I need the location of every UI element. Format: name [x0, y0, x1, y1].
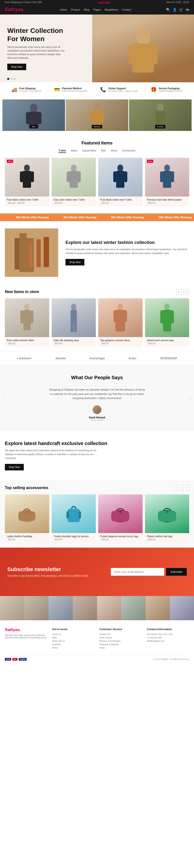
svg-point-12 — [157, 103, 164, 111]
accessory-card[interactable]: Trendy shoulder bags for women $00.00 — [52, 494, 96, 543]
new-item-price: $00.00 — [100, 342, 141, 345]
photo-cell-4[interactable] — [73, 596, 97, 620]
newsletter-text: Subscribe newsletter Subscribe to get sp… — [7, 566, 97, 577]
nav-megamenu[interactable]: MegaMenu — [105, 8, 118, 11]
newsletter-subscribe-button[interactable]: Subscribe — [166, 568, 187, 576]
photo-cell-8[interactable] — [170, 596, 194, 620]
accessory-name: Trendy shoulder bags for women — [54, 535, 94, 538]
new-item-price: $00.00 — [54, 342, 94, 345]
new-item-image — [145, 298, 189, 337]
product-card[interactable]: Pure black cotton men T-shirt $00.00 — [98, 158, 143, 206]
hero-cta-button[interactable]: Shop Now — [7, 64, 26, 70]
svg-rect-44 — [74, 324, 77, 332]
footer-link-about[interactable]: About Us — [52, 633, 94, 636]
nav-home[interactable]: Home — [60, 8, 67, 11]
fashion-cta-button[interactable]: Shop Now — [65, 259, 84, 266]
newsletter-form: Subscribe — [97, 568, 187, 576]
footer-link-faq[interactable]: FAQs — [100, 647, 142, 649]
svg-rect-27 — [163, 171, 171, 188]
prev-arrow[interactable]: ← — [176, 289, 182, 295]
new-item-card[interactable]: Satin silk sleeping wear $00.00 — [52, 298, 96, 347]
cart-icon[interactable]: 🛒 — [179, 8, 183, 11]
banner-combo[interactable]: Combo — [129, 99, 192, 131]
product-image — [52, 158, 96, 196]
svg-rect-48 — [124, 310, 127, 322]
product-image: Sale — [5, 158, 49, 196]
hero-description: Sed ut perspiciatis unde omnis iste natu… — [7, 45, 65, 60]
mastercard-badge: MC — [12, 658, 18, 661]
next-arrow[interactable]: → — [183, 289, 189, 295]
footer-link-investors[interactable]: Investors — [52, 643, 94, 646]
tab-shirt[interactable]: Shirt — [101, 149, 106, 153]
testimonial-next[interactable]: › — [190, 395, 192, 401]
nav-contact[interactable]: Contact — [122, 8, 131, 11]
newsletter-email-input[interactable] — [111, 568, 164, 576]
tab-casualwear[interactable]: Casual Wear — [82, 149, 96, 153]
prev-arrow[interactable]: ← — [176, 485, 182, 491]
svg-rect-57 — [66, 511, 69, 519]
top-selling-title: Top selling accessories — [5, 486, 48, 490]
footer-link-blog[interactable]: Blog — [52, 637, 94, 639]
accessory-card[interactable]: Classic leather tote bag $00.00 — [145, 494, 189, 543]
photo-cell-5[interactable] — [97, 596, 121, 620]
footer-col-contact: Contact Information 123 Street, New York… — [147, 628, 189, 650]
nav-blog[interactable]: Blog — [84, 8, 89, 11]
nav-product[interactable]: Product — [71, 8, 80, 11]
new-item-image — [98, 298, 143, 337]
tab-tshirt[interactable]: T-shirt — [58, 149, 66, 153]
search-icon[interactable]: 🔍 — [166, 8, 170, 11]
photo-cell-6[interactable] — [121, 596, 145, 620]
banner-men[interactable]: Men — [2, 99, 65, 131]
product-card[interactable]: Gray color cotton men T-shirt $00.00 — [52, 158, 96, 206]
svg-rect-58 — [79, 511, 81, 519]
product-info: Pure black cotton men T-shirt $00.00 — [98, 196, 143, 206]
accessory-card[interactable]: Ladies leather handbag $00.00 — [5, 494, 49, 543]
accessory-info: Ladies leather handbag $00.00 — [5, 533, 49, 543]
tab-jeans[interactable]: Jeans — [71, 149, 77, 153]
new-item-card[interactable]: Top gorgeous woman dress $00.00 — [98, 298, 143, 347]
topbar-link[interactable]: Learn More — [98, 1, 110, 4]
photo-cell-7[interactable] — [145, 596, 170, 620]
photo-cell-2[interactable] — [24, 596, 49, 620]
testimonial-prev[interactable]: ‹ — [2, 395, 4, 401]
product-card[interactable]: Sale Pure black cotton men T-shirt $00.0… — [5, 158, 49, 206]
paypal-badge: PayPal — [19, 658, 27, 661]
footer-link-press[interactable]: Press — [52, 647, 94, 649]
new-item-info: Pure cotton woman Skint $00.00 — [5, 337, 49, 347]
banner-women[interactable]: Women — [66, 99, 128, 131]
next-arrow[interactable]: → — [183, 485, 189, 491]
reviewer-location: From Jordan — [5, 419, 189, 421]
hero-section: Winter Collection For Women Sed ut persp… — [0, 14, 194, 82]
footer-col-contact-heading: Contact Information — [147, 628, 189, 630]
product-price: $00.00 $00.00 — [7, 202, 47, 204]
nav-menu: Home Product Blog Pages MegaMenu Contact — [60, 8, 131, 11]
accessory-price: $00.00 — [54, 538, 94, 541]
footer-link-work[interactable]: Work with Us — [52, 640, 94, 642]
top-selling-section: Top selling accessories ← → Ladies leath… — [0, 480, 194, 548]
photo-cell-1[interactable] — [0, 596, 24, 620]
new-items-products: Pure cotton woman Skint $00.00 Satin sil… — [5, 298, 189, 347]
new-item-card[interactable]: Pure cotton woman Skint $00.00 — [5, 298, 49, 347]
top-selling-products: Ladies leather handbag $00.00 Trendy sho… — [5, 494, 189, 543]
tab-shoes[interactable]: Shoes — [111, 149, 118, 153]
product-card[interactable]: New Premium men blue denim jacket $00.00 — [145, 158, 189, 206]
product-info: Gray color cotton men T-shirt $00.00 — [52, 196, 96, 206]
new-item-card[interactable]: Velvet touch women tops $00.00 — [145, 298, 189, 347]
photo-cell-3[interactable] — [49, 596, 73, 620]
nav-pages[interactable]: Pages — [93, 8, 101, 11]
testimonial-section: ‹ What Our People Says Shopping at Satti… — [0, 365, 194, 431]
new-item-name: Satin silk sleeping wear — [54, 339, 94, 342]
accessory-card[interactable]: Purple elegance woman luxury bag $00.00 — [98, 494, 143, 543]
footer-link-returns[interactable]: Returns & Exchanges — [100, 640, 142, 642]
bag-icon[interactable]: 🛍 — [186, 8, 189, 11]
svg-rect-25 — [124, 171, 127, 182]
user-icon[interactable]: 👤 — [173, 8, 177, 11]
tab-accessories[interactable]: Accessories — [122, 149, 136, 153]
handcraft-cta-button[interactable]: Shop Now — [5, 464, 24, 470]
footer-link-shipping[interactable]: Shipping & Delivery — [100, 643, 142, 646]
product-info: Premium men blue denim jacket $00.00 — [145, 196, 189, 206]
footer-link-orderstatus[interactable]: Order Status — [100, 637, 142, 639]
footer-link-contact[interactable]: Contact Us — [100, 633, 142, 636]
feature-packaging-title: Secure Packaging — [159, 87, 183, 90]
banner-men-label: Men — [30, 125, 37, 128]
